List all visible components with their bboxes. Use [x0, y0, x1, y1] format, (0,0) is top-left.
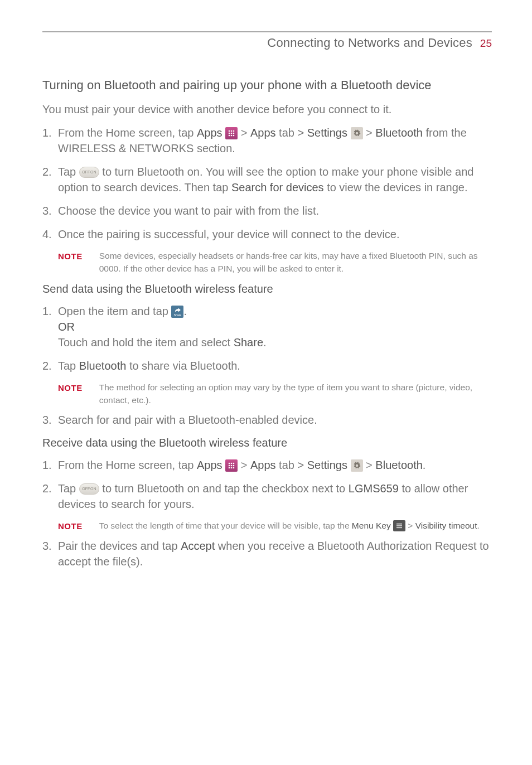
svg-point-7: [231, 135, 233, 137]
toggle-icon: OFFON: [79, 167, 99, 178]
note-label: NOTE: [58, 381, 83, 406]
note-text: To select the length of time that your d…: [99, 520, 480, 532]
steps-send: 1. Open the item and tap Share. OR Touch…: [42, 303, 492, 374]
svg-point-8: [233, 135, 235, 137]
step-3: 3. Choose the device you want to pair wi…: [42, 203, 492, 219]
note-receive: NOTE To select the length of time that y…: [42, 520, 492, 532]
note-label: NOTE: [58, 520, 83, 532]
svg-point-2: [233, 130, 235, 132]
svg-point-12: [229, 465, 230, 467]
settings-icon: [351, 127, 363, 139]
lead-text: You must pair your device with another d…: [42, 102, 492, 117]
note-text: Some devices, especially headsets or han…: [99, 250, 492, 275]
step-4: 4. Once the pairing is successful, your …: [42, 226, 492, 242]
menu-key-icon: [393, 520, 405, 531]
step-2: 2. Tap Bluetooth to share via Bluetooth.: [42, 358, 492, 374]
settings-icon: [351, 459, 363, 472]
svg-point-3: [229, 133, 230, 134]
header-title: Connecting to Networks and Devices: [267, 35, 472, 51]
step-1: 1. Open the item and tap Share. OR Touch…: [42, 303, 492, 350]
section-heading-receive: Receive data using the Bluetooth wireles…: [42, 435, 492, 451]
share-icon: Share: [171, 306, 183, 318]
svg-point-5: [233, 133, 235, 134]
toggle-icon: OFFON: [79, 483, 99, 495]
apps-icon: [225, 459, 238, 472]
note-send: NOTE The method for selecting an option …: [42, 381, 492, 406]
header-rule: [42, 31, 492, 32]
svg-point-17: [233, 467, 235, 469]
svg-point-14: [233, 465, 235, 467]
section-heading-send: Send data using the Bluetooth wireless f…: [42, 282, 492, 297]
step-2: 2. Tap OFFON to turn Bluetooth on. You w…: [42, 164, 492, 195]
note-label: NOTE: [58, 250, 83, 275]
svg-point-10: [231, 463, 233, 464]
step-1: 1. From the Home screen, tap Apps > Apps…: [42, 457, 492, 473]
page-header: Connecting to Networks and Devices 25: [42, 35, 492, 51]
steps-pairing: 1. From the Home screen, tap Apps > Apps…: [42, 125, 492, 242]
note-pairing: NOTE Some devices, especially headsets o…: [42, 250, 492, 275]
note-text: The method for selecting an option may v…: [99, 381, 492, 406]
svg-point-9: [229, 463, 230, 464]
steps-receive-cont: 3. Pair the devices and tap Accept when …: [42, 538, 492, 569]
step-3: 3. Pair the devices and tap Accept when …: [42, 538, 492, 569]
svg-point-11: [233, 463, 235, 464]
svg-point-16: [231, 467, 233, 469]
steps-receive: 1. From the Home screen, tap Apps > Apps…: [42, 457, 492, 512]
svg-point-15: [229, 467, 230, 469]
svg-point-13: [231, 465, 233, 467]
svg-point-0: [229, 130, 230, 132]
step-1: 1. From the Home screen, tap Apps > Apps…: [42, 125, 492, 156]
page-number: 25: [480, 36, 492, 51]
steps-send-cont: 3. Search for and pair with a Bluetooth-…: [42, 412, 492, 428]
step-2: 2. Tap OFFON to turn Bluetooth on and ta…: [42, 481, 492, 512]
apps-icon: [225, 127, 238, 139]
svg-point-6: [229, 135, 230, 137]
svg-point-1: [231, 130, 233, 132]
section-heading-pairing: Turning on Bluetooth and pairing up your…: [42, 77, 492, 94]
step-3: 3. Search for and pair with a Bluetooth-…: [42, 412, 492, 428]
svg-point-4: [231, 133, 233, 134]
